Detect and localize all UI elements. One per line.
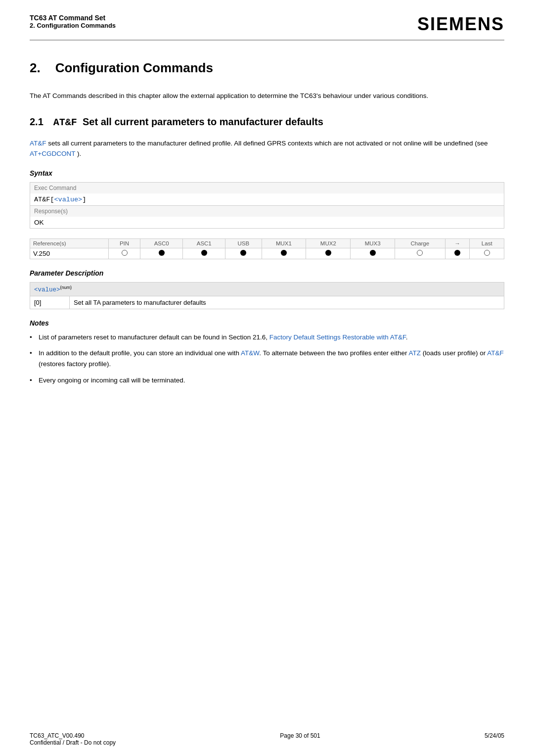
ref-value-row: V.250 bbox=[30, 248, 504, 259]
exec-command-mono: AT&F[ bbox=[34, 196, 54, 203]
circle-asc1-icon bbox=[201, 250, 207, 256]
section-description: AT&F sets all current parameters to the … bbox=[30, 138, 504, 159]
page-footer: TC63_ATC_V00.490 Confidential / Draft - … bbox=[0, 732, 534, 746]
section-desc-end: ). bbox=[77, 150, 81, 157]
col-last: Last bbox=[470, 238, 504, 248]
col-mux3: MUX3 bbox=[351, 238, 395, 248]
ref-header-row: Reference(s) PIN ASC0 ASC1 USB MUX1 MUX2… bbox=[30, 238, 504, 248]
note2-mid: . To alternate between the two profiles … bbox=[259, 349, 408, 357]
circle-pin bbox=[108, 248, 140, 259]
note1-prefix: List of parameters reset to manufacturer… bbox=[39, 333, 269, 341]
note-3: Every ongoing or incoming call will be t… bbox=[30, 375, 504, 386]
col-asc0: ASC0 bbox=[140, 238, 183, 248]
chapter-intro: The AT Commands described in this chapte… bbox=[30, 91, 504, 101]
section-number: 2.1 bbox=[30, 116, 44, 127]
exec-command-label: Exec Command bbox=[30, 182, 504, 193]
notes-list: List of parameters reset to manufacturer… bbox=[30, 332, 504, 386]
section-title-text: Set all current parameters to manufactur… bbox=[83, 116, 323, 127]
responses-value-row: OK bbox=[30, 217, 504, 229]
header-divider bbox=[30, 40, 504, 41]
circle-last-icon bbox=[484, 250, 490, 256]
circle-charge-icon bbox=[417, 250, 423, 256]
syntax-heading: Syntax bbox=[30, 169, 504, 177]
circle-mux3-icon bbox=[370, 250, 376, 256]
note2-mid2: (loads user profile) or bbox=[421, 349, 487, 357]
footer-page: Page 30 of 501 bbox=[280, 732, 320, 746]
col-asc1: ASC1 bbox=[183, 238, 225, 248]
exec-command-param: <value> bbox=[54, 196, 83, 203]
circle-arrow-icon bbox=[454, 250, 460, 256]
col-pin: PIN bbox=[108, 238, 140, 248]
responses-label: Response(s) bbox=[30, 205, 504, 217]
col-charge: Charge bbox=[395, 238, 445, 248]
circle-last bbox=[470, 248, 504, 259]
siemens-logo: SIEMENS bbox=[417, 14, 504, 35]
note1-suffix: . bbox=[406, 333, 408, 341]
param-value-row: [0] Set all TA parameters to manufacture… bbox=[30, 296, 504, 309]
param-value-label: [0] bbox=[30, 296, 70, 309]
circle-asc1 bbox=[183, 248, 225, 259]
section-heading: 2.1AT&F Set all current parameters to ma… bbox=[30, 116, 504, 128]
circle-arrow bbox=[445, 248, 470, 259]
circle-charge bbox=[395, 248, 445, 259]
notes-heading: Notes bbox=[30, 319, 504, 327]
circle-asc0-icon bbox=[159, 250, 165, 256]
col-usb: USB bbox=[225, 238, 262, 248]
param-header-cell: <value>(num) bbox=[30, 282, 504, 296]
circle-mux2-icon bbox=[325, 250, 331, 256]
section-command: AT&F bbox=[53, 117, 77, 128]
note2-atw-link[interactable]: AT&W bbox=[241, 349, 259, 357]
chapter-title: Configuration Commands bbox=[55, 60, 213, 75]
footer-left: TC63_ATC_V00.490 Confidential / Draft - … bbox=[30, 732, 116, 746]
atf-link-desc[interactable]: AT&F bbox=[30, 140, 46, 147]
footer-version: TC63_ATC_V00.490 bbox=[30, 732, 116, 739]
note2-prefix: In addition to the default profile, you … bbox=[39, 349, 241, 357]
header-title: TC63 AT Command Set bbox=[30, 14, 116, 22]
col-mux2: MUX2 bbox=[306, 238, 351, 248]
note2-atf-link[interactable]: AT&F bbox=[487, 349, 504, 357]
responses-value: OK bbox=[30, 217, 504, 229]
param-superscript: (num) bbox=[60, 285, 72, 290]
circle-pin-icon bbox=[122, 250, 128, 256]
exec-command-value: AT&F[<value>] bbox=[30, 193, 504, 206]
note1-link[interactable]: Factory Default Settings Restorable with… bbox=[269, 333, 406, 341]
param-heading: Parameter Description bbox=[30, 269, 504, 277]
exec-command-value-row: AT&F[<value>] bbox=[30, 193, 504, 206]
page-header: TC63 AT Command Set 2. Configuration Com… bbox=[0, 0, 534, 40]
responses-row: Response(s) bbox=[30, 205, 504, 217]
chapter-number: 2. bbox=[30, 60, 41, 75]
ref-value: V.250 bbox=[30, 248, 109, 259]
chapter-heading: 2.Configuration Commands bbox=[30, 60, 504, 76]
note2-atz-link[interactable]: ATZ bbox=[409, 349, 421, 357]
command-table: Exec Command AT&F[<value>] Response(s) O… bbox=[30, 182, 504, 229]
circle-usb bbox=[225, 248, 262, 259]
footer-confidential: Confidential / Draft - Do not copy bbox=[30, 739, 116, 746]
circle-usb-icon bbox=[240, 250, 246, 256]
param-header-row: <value>(num) bbox=[30, 282, 504, 296]
circle-mux1 bbox=[262, 248, 306, 259]
header-subtitle: 2. Configuration Commands bbox=[30, 22, 116, 29]
note2-suffix: (restores factory profile). bbox=[39, 360, 111, 368]
circle-mux2 bbox=[306, 248, 351, 259]
header-left: TC63 AT Command Set 2. Configuration Com… bbox=[30, 14, 116, 29]
ref-label-header: Reference(s) bbox=[30, 238, 109, 248]
exec-command-row: Exec Command bbox=[30, 182, 504, 193]
cgdcont-link[interactable]: AT+CGDCONT bbox=[30, 150, 75, 157]
circle-mux1-icon bbox=[281, 250, 287, 256]
section-desc-text: sets all current parameters to the manuf… bbox=[48, 140, 488, 147]
footer-date: 5/24/05 bbox=[485, 732, 504, 746]
note-1: List of parameters reset to manufacturer… bbox=[30, 332, 504, 343]
param-name: <value> bbox=[34, 286, 60, 293]
note-2: In addition to the default profile, you … bbox=[30, 348, 504, 370]
circle-mux3 bbox=[351, 248, 395, 259]
param-table: <value>(num) [0] Set all TA parameters t… bbox=[30, 282, 504, 309]
main-content: 2.Configuration Commands The AT Commands… bbox=[0, 55, 534, 421]
col-mux1: MUX1 bbox=[262, 238, 306, 248]
reference-table: Reference(s) PIN ASC0 ASC1 USB MUX1 MUX2… bbox=[30, 238, 504, 259]
circle-asc0 bbox=[140, 248, 183, 259]
col-arrow: → bbox=[445, 238, 470, 248]
param-value-desc: Set all TA parameters to manufacturer de… bbox=[70, 296, 504, 309]
